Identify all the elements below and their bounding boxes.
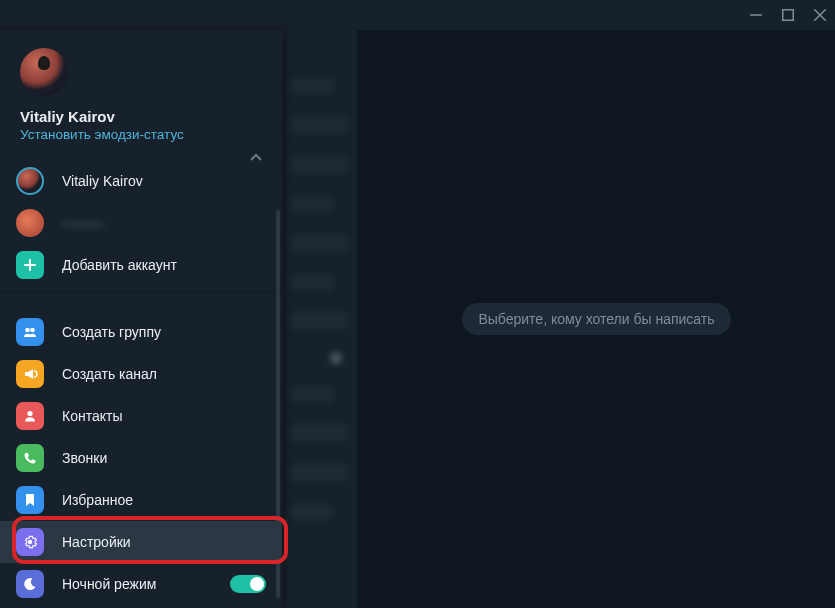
menu-label: Настройки [62, 534, 131, 550]
main-menu-panel: Vitaliy Kairov Установить эмодзи-статус … [0, 30, 282, 608]
collapse-accounts-icon[interactable] [248, 150, 264, 170]
menu-label: Создать канал [62, 366, 157, 382]
moon-icon [16, 570, 44, 598]
account-avatar-icon [16, 209, 44, 237]
profile-section: Vitaliy Kairov Установить эмодзи-статус [0, 30, 282, 148]
menu-label: Контакты [62, 408, 122, 424]
accounts-list: Vitaliy Kairov ——— Добавить аккаунт [0, 160, 282, 286]
add-account-button[interactable]: Добавить аккаунт [0, 244, 282, 286]
menu-calls[interactable]: Звонки [0, 437, 282, 479]
gear-icon [16, 528, 44, 556]
app-window: Vitaliy Kairov Установить эмодзи-статус … [0, 0, 835, 608]
menu-divider [0, 292, 282, 293]
menu-label: Избранное [62, 492, 133, 508]
add-account-label: Добавить аккаунт [62, 257, 177, 273]
avatar[interactable] [20, 48, 68, 96]
sidebar-scrollbar[interactable] [276, 210, 280, 598]
svg-point-5 [30, 328, 35, 333]
svg-point-4 [25, 328, 30, 333]
profile-username: Vitaliy Kairov [20, 108, 262, 125]
night-mode-toggle[interactable] [230, 575, 266, 593]
chat-list-blurred [282, 30, 358, 608]
account-item-current[interactable]: Vitaliy Kairov [0, 160, 282, 202]
menu-label: Ночной режим [62, 576, 156, 592]
menu-settings[interactable]: Настройки [0, 521, 282, 563]
menu-label: Звонки [62, 450, 107, 466]
menu-contacts[interactable]: Контакты [0, 395, 282, 437]
minimize-button[interactable] [749, 8, 763, 22]
phone-icon [16, 444, 44, 472]
set-emoji-status-link[interactable]: Установить эмодзи-статус [20, 127, 262, 142]
app-body: Vitaliy Kairov Установить эмодзи-статус … [0, 30, 835, 608]
group-icon [16, 318, 44, 346]
menu-label: Создать группу [62, 324, 161, 340]
account-avatar-icon [16, 167, 44, 195]
close-button[interactable] [813, 8, 827, 22]
menu-new-channel[interactable]: Создать канал [0, 353, 282, 395]
bookmark-icon [16, 486, 44, 514]
main-menu-list: Создать группу Создать канал Контакты [0, 311, 282, 605]
megaphone-icon [16, 360, 44, 388]
account-item-secondary[interactable]: ——— [0, 202, 282, 244]
menu-saved[interactable]: Избранное [0, 479, 282, 521]
maximize-button[interactable] [781, 8, 795, 22]
svg-point-6 [27, 411, 32, 416]
plus-icon [16, 251, 44, 279]
titlebar [0, 0, 835, 30]
empty-chat-placeholder: Выберите, кому хотели бы написать [462, 303, 730, 335]
account-name: Vitaliy Kairov [62, 173, 143, 189]
chat-content-area: Выберите, кому хотели бы написать [358, 30, 835, 608]
contact-icon [16, 402, 44, 430]
svg-rect-1 [783, 10, 794, 21]
menu-night-mode[interactable]: Ночной режим [0, 563, 282, 605]
menu-new-group[interactable]: Создать группу [0, 311, 282, 353]
account-name-masked: ——— [62, 215, 104, 231]
